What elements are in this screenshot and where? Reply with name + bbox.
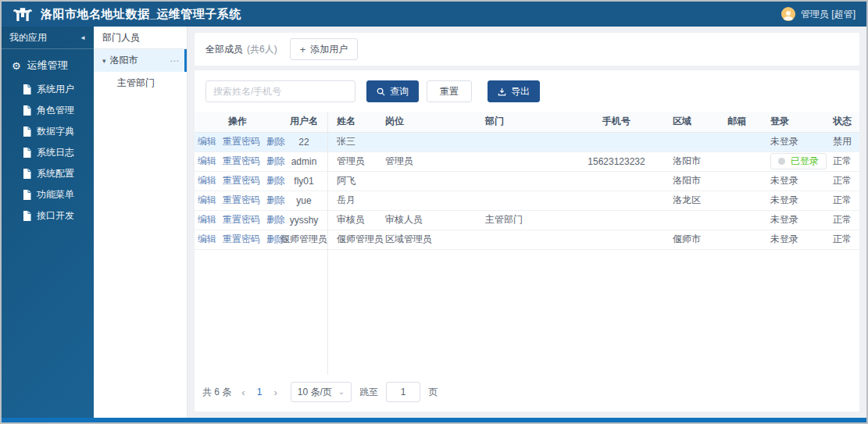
sidebar-item-6[interactable]: 接口开发 <box>2 205 94 226</box>
query-button[interactable]: 查询 <box>366 80 419 102</box>
cell-name: 审核员 <box>327 210 376 230</box>
table-row: 编辑重置密码删除admin管理员管理员15623123232洛阳市已登录正常 <box>195 151 859 171</box>
sidebar-item-3[interactable]: 系统日志 <box>2 142 94 163</box>
jump-label: 跳至 <box>359 386 378 399</box>
cell-username: yue <box>280 191 327 210</box>
cell-phone: 15623123232 <box>570 151 663 171</box>
sidebar-item-2[interactable]: 数据字典 <box>2 121 94 142</box>
current-page[interactable]: 1 <box>255 387 264 397</box>
cell-email <box>718 191 761 210</box>
row-action-link-2[interactable]: 删除 <box>266 214 285 225</box>
row-action-link-0[interactable]: 编辑 <box>198 155 216 166</box>
table-header-row: 操作用户名姓名岗位部门手机号区域邮箱登录状态 <box>195 112 859 132</box>
row-action-link-2[interactable]: 删除 <box>266 175 285 186</box>
query-label: 查询 <box>390 85 409 98</box>
table-row: 编辑重置密码删除yue岳月洛龙区未登录正常 <box>195 191 859 210</box>
row-action-link-0[interactable]: 编辑 <box>198 233 216 244</box>
bottom-accent-bar <box>2 418 866 422</box>
row-action-link-2[interactable]: 删除 <box>266 194 285 205</box>
plus-icon: + <box>300 44 306 55</box>
cell-username: 22 <box>280 132 327 151</box>
jump-suffix: 页 <box>428 386 438 399</box>
cell-email <box>718 151 761 171</box>
row-actions: 编辑重置密码删除 <box>195 171 280 191</box>
sidebar-item-label: 系统日志 <box>37 146 74 159</box>
cell-department <box>476 230 570 249</box>
cell-phone <box>570 230 663 249</box>
cell-status: 正常 <box>823 151 859 171</box>
cell-position <box>376 191 476 210</box>
row-action-link-1[interactable]: 重置密码 <box>223 233 260 244</box>
export-button[interactable]: 导出 <box>488 80 540 102</box>
row-action-link-2[interactable]: 删除 <box>266 155 285 166</box>
avatar <box>781 7 795 21</box>
cell-region: 洛阳市 <box>663 151 718 171</box>
row-action-link-1[interactable]: 重置密码 <box>223 194 260 205</box>
tree-node-label: 主管部门 <box>117 77 155 90</box>
row-action-link-0[interactable]: 编辑 <box>198 136 216 147</box>
tree-node-1[interactable]: 主管部门 <box>94 72 187 94</box>
doc-icon <box>23 211 31 221</box>
search-icon <box>377 87 385 96</box>
cell-department <box>476 151 570 171</box>
doc-icon <box>23 148 31 158</box>
row-actions: 编辑重置密码删除 <box>195 230 280 249</box>
gear-icon: ⚙ <box>12 60 21 72</box>
jump-page-input[interactable] <box>386 382 420 402</box>
prev-page-icon[interactable]: ‹ <box>239 387 247 398</box>
add-user-button[interactable]: + 添加用户 <box>290 38 359 60</box>
cell-login: 未登录 <box>761 191 823 210</box>
cell-position <box>376 171 476 191</box>
cell-department: 主管部门 <box>476 210 570 230</box>
collapse-icon[interactable]: ◄ <box>80 34 86 41</box>
cell-phone <box>570 191 663 210</box>
column-header-9: 状态 <box>823 112 859 132</box>
sidebar-item-5[interactable]: 功能菜单 <box>2 184 94 205</box>
pagination: 共 6 条 ‹ 1 › 10 条/页 ⌄ 跳至 页 <box>195 375 859 412</box>
table-body: 编辑重置密码删除22张三未登录禁用编辑重置密码删除admin管理员管理员1562… <box>195 132 859 249</box>
row-action-link-1[interactable]: 重置密码 <box>223 155 260 166</box>
row-action-link-1[interactable]: 重置密码 <box>223 214 260 225</box>
reset-button[interactable]: 重置 <box>427 80 472 102</box>
row-action-link-0[interactable]: 编辑 <box>198 194 216 205</box>
tree-caret-icon[interactable]: ▾ <box>102 57 106 65</box>
row-actions: 编辑重置密码删除 <box>195 132 280 151</box>
sidebar-header-label: 我的应用 <box>9 31 80 45</box>
row-action-link-0[interactable]: 编辑 <box>198 214 216 225</box>
column-header-4: 部门 <box>476 112 570 132</box>
cell-login: 未登录 <box>761 230 823 249</box>
cell-status: 正常 <box>823 171 859 191</box>
fixed-column-divider <box>327 112 328 375</box>
cell-region: 洛阳市 <box>663 171 718 191</box>
sidebar-item-4[interactable]: 系统配置 <box>2 163 94 184</box>
sidebar-group-ops[interactable]: ⚙ 运维管理 <box>2 49 94 79</box>
doc-icon <box>23 84 31 94</box>
app-window: 洛阳市地名地址数据_运维管理子系统 管理员 [超管] 我的应用 ◄ ⚙ 运维管理… <box>0 0 868 424</box>
doc-icon <box>23 169 31 179</box>
column-header-6: 区域 <box>663 112 718 132</box>
user-label: 管理员 [超管] <box>801 8 855 21</box>
user-menu[interactable]: 管理员 [超管] <box>781 7 855 21</box>
search-input[interactable] <box>205 80 355 102</box>
row-action-link-1[interactable]: 重置密码 <box>223 136 260 147</box>
cell-login: 未登录 <box>761 132 823 151</box>
main-content: 全部成员 (共6人) + 添加用户 查询 <box>188 27 866 418</box>
sidebar-header[interactable]: 我的应用 ◄ <box>2 27 94 49</box>
more-options-icon[interactable]: ⋯ <box>170 55 180 66</box>
cell-position: 审核人员 <box>376 210 476 230</box>
doc-icon <box>23 190 31 200</box>
table-row: 编辑重置密码删除偃师管理员偃师管理员区域管理员偃师市未登录正常 <box>195 230 859 249</box>
row-action-link-2[interactable]: 删除 <box>266 136 285 147</box>
table-row: 编辑重置密码删除fly01阿飞洛阳市未登录正常 <box>195 171 859 191</box>
doc-icon <box>23 105 31 116</box>
sidebar-item-label: 角色管理 <box>37 104 74 117</box>
row-action-link-0[interactable]: 编辑 <box>198 175 216 186</box>
sidebar-item-0[interactable]: 系统用户 <box>2 79 94 100</box>
page-size-select[interactable]: 10 条/页 ⌄ <box>291 382 352 402</box>
tree-node-0[interactable]: ▾洛阳市⋯ <box>94 49 187 72</box>
row-action-link-1[interactable]: 重置密码 <box>223 175 260 186</box>
cell-email <box>718 230 761 249</box>
column-header-5: 手机号 <box>570 112 663 132</box>
next-page-icon[interactable]: › <box>271 387 279 398</box>
sidebar-item-1[interactable]: 角色管理 <box>2 100 94 121</box>
